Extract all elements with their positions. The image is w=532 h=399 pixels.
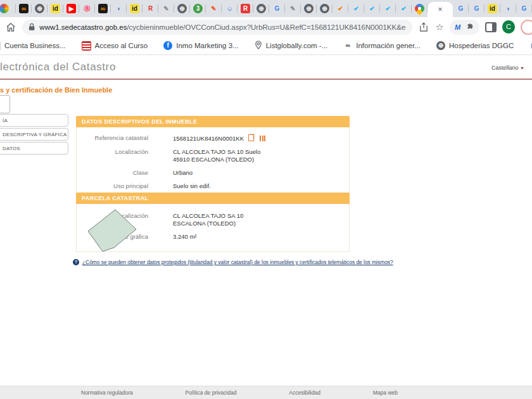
address-bar[interactable]: www1.sedecatastro.gob.es/cycbieninmueble…	[22, 20, 412, 35]
bookmark-item[interactable]: Acceso al Curso	[82, 41, 148, 51]
browser-tab-google[interactable]: G	[269, 0, 285, 17]
extension-m-icon[interactable]: M	[455, 23, 460, 31]
youtube-icon: ▶	[66, 4, 76, 13]
tab-close-icon[interactable]: ×	[438, 5, 443, 14]
blue-check-icon: ✔	[399, 4, 408, 13]
browser-tab-pencil-color[interactable]: ✎	[206, 0, 222, 17]
browser-tab-blue-app[interactable]: ◗	[500, 0, 516, 17]
bookmark-item[interactable]: fInmo Marketing 3...	[163, 41, 238, 50]
field-value-line: ESCALONA (TOLEDO)	[173, 220, 243, 227]
field-label: Uso principal	[77, 182, 148, 190]
language-selector[interactable]: Castellano ▼	[491, 65, 524, 71]
site-title: lectrónica del Catastro	[0, 61, 116, 73]
browser-tab-blue-check[interactable]: ✔	[348, 0, 364, 17]
sidebar-item-1[interactable]: DESCRIPTIVA Y GRÁFICA	[0, 128, 68, 141]
puzzle-extensions-icon[interactable]	[466, 23, 474, 32]
browser-tab-airbnb[interactable]: ⓐ	[79, 0, 95, 17]
browser-tab-metricool[interactable]: ∞	[95, 0, 111, 17]
copy-icon[interactable]	[248, 134, 254, 141]
browser-tab-active[interactable]: ×	[428, 2, 453, 17]
browser-tab-globe[interactable]: ⊕	[32, 0, 48, 17]
infinity-icon: ∞	[343, 41, 352, 50]
parcel-shape	[87, 208, 137, 251]
browser-tab-blue-check[interactable]: ✔	[364, 0, 380, 17]
footer-links: Normativa reguladoraPolítica de privacid…	[81, 390, 398, 396]
extensions-pill[interactable]: M	[450, 20, 479, 35]
sidebar-item-0[interactable]: ÍA	[0, 114, 68, 127]
field-row: ClaseUrbano	[77, 169, 349, 177]
browser-tab-red-r[interactable]: R	[142, 0, 158, 17]
browser-tab-globe[interactable]: ⊕	[253, 0, 269, 17]
bookmark-item[interactable]: ∞Información gener...	[343, 41, 421, 50]
side-panel-icon[interactable]	[485, 22, 497, 32]
panel-header: DATOS DESCRIPTIVOS DEL INMUEBLE	[76, 116, 350, 127]
bookmark-item[interactable]: Cuenta Business...	[4, 42, 66, 50]
browser-tab-idealista[interactable]: id	[48, 0, 63, 17]
protected-data-help-link[interactable]: ¿Cómo se pueden obtener datos protegidos…	[82, 259, 393, 265]
footer-link[interactable]: Mapa web	[373, 390, 398, 396]
cartography-icon[interactable]	[260, 136, 265, 141]
browser-tab-youtube[interactable]: ▶	[63, 0, 79, 17]
bookmark-item[interactable]: ⊕Hospederias DGGC	[436, 41, 514, 50]
browser-tab-idealista[interactable]: id	[127, 0, 142, 17]
sidebar-item-2[interactable]: DATOS	[0, 142, 68, 155]
panel-body: LocalizaciónCL ALCOLEA TAJO SA 10ESCALON…	[76, 204, 350, 252]
field-row: Uso principalSuelo sin edif.	[77, 182, 349, 190]
browser-tab-idealista[interactable]: id	[484, 0, 500, 17]
browser-tab-green-circle[interactable]: 3	[190, 0, 206, 17]
clipped-box	[0, 95, 10, 113]
idealista-icon: id	[130, 4, 139, 13]
lock-icon	[28, 23, 35, 31]
bookmark-item[interactable]: ◣Herramientas : Alf...	[529, 41, 532, 50]
google-icon: G	[472, 4, 481, 13]
metricool-icon: ∞	[19, 4, 28, 13]
browser-tab-metricool[interactable]: ∞	[16, 0, 32, 17]
bookmark-label: Hospederias DGGC	[449, 42, 514, 49]
field-value-line: 1568121UK8416N0001KK	[173, 134, 265, 142]
footer-link[interactable]: Normativa reguladora	[81, 390, 133, 396]
blue-tool-icon: ◣	[529, 41, 532, 50]
profile-avatar[interactable]: C	[502, 20, 516, 34]
google-icon: G	[519, 4, 529, 13]
google-icon: G	[456, 4, 466, 13]
ref-icons	[244, 134, 265, 142]
browser-tab-globe[interactable]: ⊕	[317, 0, 332, 17]
share-icon[interactable]	[418, 22, 429, 33]
person-icon: ☺	[225, 4, 234, 13]
browser-tab-google[interactable]: G	[469, 0, 484, 17]
red-r-icon: R	[146, 4, 155, 13]
bookmark-star-icon[interactable]: ☆	[435, 22, 443, 32]
bookmark-item[interactable]: Listglobally.com -...	[255, 41, 328, 51]
home-icon[interactable]	[5, 22, 16, 33]
browser-tab-google-maps[interactable]	[412, 0, 428, 17]
browser-tab-partial-favicon[interactable]	[0, 0, 16, 17]
bookmark-label: Acceso al Curso	[95, 42, 148, 49]
globe-icon: ⊕	[320, 4, 329, 13]
browser-tab-orange-check[interactable]: ✔	[332, 0, 348, 17]
browser-tab-signature[interactable]: ✎	[285, 0, 301, 17]
browser-tab-google[interactable]: G	[453, 0, 469, 17]
field-label: Referencia catastral	[77, 134, 148, 142]
browser-tab-globe[interactable]: ⊕	[301, 0, 317, 17]
bookmark-label: Información gener...	[356, 42, 421, 49]
field-value-line: 3.240 m²	[173, 233, 197, 241]
footer-link[interactable]: Accesibilidad	[289, 390, 320, 396]
browser-tab-signature[interactable]: ✎	[158, 0, 174, 17]
field-value-line: Urbano	[173, 169, 193, 177]
blue-check-icon: ✔	[383, 4, 393, 13]
header-divider	[0, 79, 532, 80]
field-label: Localización	[77, 148, 148, 163]
partial-favicon-icon	[0, 4, 9, 13]
browser-tab-globe[interactable]: ⊕	[174, 0, 190, 17]
browser-tab-red-r-square[interactable]: R	[238, 0, 253, 17]
field-row: Referencia catastral1568121UK8416N0001KK	[77, 134, 349, 142]
field-value-line: Suelo sin edif.	[173, 182, 211, 190]
browser-tab-blue-app[interactable]: ◗	[111, 0, 127, 17]
browser-tab-blue-check[interactable]: ✔	[380, 0, 396, 17]
browser-tab-blue-check[interactable]: ✔	[396, 0, 412, 17]
browser-tab-google[interactable]: G	[516, 0, 532, 17]
footer-link[interactable]: Política de privacidad	[186, 390, 237, 396]
bookmark-label: Listglobally.com -...	[266, 42, 328, 49]
browser-tab-person[interactable]: ☺	[222, 0, 238, 17]
pencil-color-icon: ✎	[209, 4, 218, 13]
